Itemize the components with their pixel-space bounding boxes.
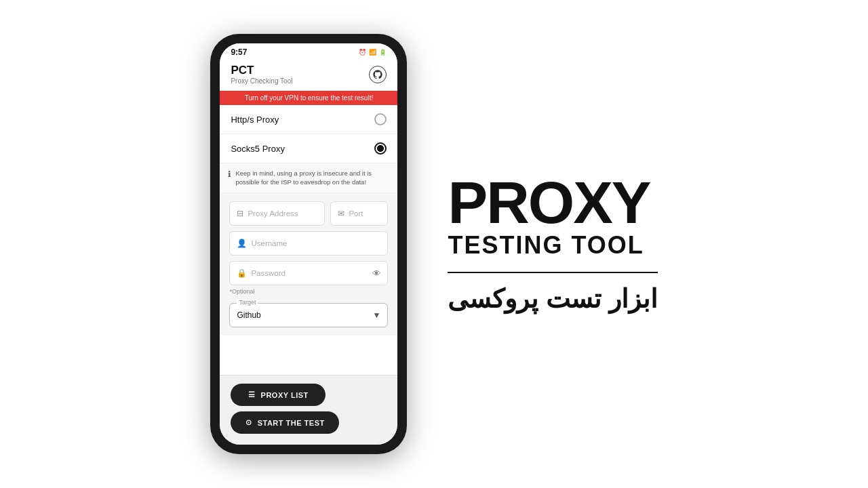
main-title-line1: PROXY bbox=[448, 174, 650, 231]
info-icon: ℹ bbox=[228, 169, 231, 179]
status-icons: ⏰ 📶 🔋 bbox=[359, 49, 387, 56]
form-section: ⊟ Proxy Address ✉ Port 👤 Username bbox=[220, 193, 397, 336]
proxy-list-icon: ☰ bbox=[248, 390, 256, 399]
port-field[interactable]: ✉ Port bbox=[330, 201, 388, 226]
github-icon[interactable] bbox=[369, 66, 387, 83]
username-placeholder: Username bbox=[251, 239, 287, 247]
optional-label: *Optional bbox=[229, 288, 388, 295]
status-time: 9:57 bbox=[231, 47, 247, 57]
info-note: ℹ Keep in mind, using a proxy is insecur… bbox=[220, 163, 397, 193]
start-test-button[interactable]: ⊙ START THE TEST bbox=[231, 411, 339, 434]
vpn-warning-banner: Turn off your VPN to ensure the test res… bbox=[220, 91, 397, 105]
app-subtitle: Proxy Checking Tool bbox=[231, 77, 292, 85]
start-test-label: START THE TEST bbox=[258, 419, 325, 427]
password-field[interactable]: 🔒 Password bbox=[229, 261, 388, 285]
proxy-address-field[interactable]: ⊟ Proxy Address bbox=[229, 201, 325, 226]
proxy-address-icon: ⊟ bbox=[237, 209, 243, 218]
alarm-icon: ⏰ bbox=[359, 49, 366, 56]
main-title-line2: TESTING TOOL bbox=[448, 231, 644, 260]
username-field[interactable]: 👤 Username bbox=[229, 231, 388, 256]
target-dropdown-wrapper[interactable]: Target Github Google Custom ▼ bbox=[229, 303, 388, 327]
proxy-port-row: ⊟ Proxy Address ✉ Port bbox=[229, 201, 388, 226]
info-text: Keep in mind, using a proxy is insecure … bbox=[235, 169, 389, 187]
divider-line bbox=[448, 272, 657, 273]
bottom-area: ☰ PROXY LIST ⊙ START THE TEST bbox=[220, 375, 397, 445]
target-select[interactable]: Github Google Custom bbox=[230, 304, 387, 327]
phone-frame: 9:57 ⏰ 📶 🔋 PCT Proxy Checking Tool bbox=[210, 34, 407, 454]
phone-screen: 9:57 ⏰ 📶 🔋 PCT Proxy Checking Tool bbox=[220, 43, 397, 445]
radio-circle-https[interactable] bbox=[374, 113, 387, 125]
radio-option-https[interactable]: Http/s Proxy bbox=[220, 105, 397, 134]
port-placeholder: Port bbox=[349, 209, 363, 218]
app-title-group: PCT Proxy Checking Tool bbox=[231, 64, 292, 85]
right-panel: PROXY TESTING TOOL ابزار تست پروکسی bbox=[448, 174, 657, 314]
radio-label-https: Http/s Proxy bbox=[231, 115, 279, 125]
proxy-list-label: PROXY LIST bbox=[261, 391, 309, 399]
eye-icon[interactable]: 👁 bbox=[372, 268, 381, 278]
password-icon: 🔒 bbox=[237, 268, 247, 278]
page-container: 9:57 ⏰ 📶 🔋 PCT Proxy Checking Tool bbox=[0, 0, 868, 488]
password-placeholder: Password bbox=[251, 269, 285, 277]
app-content: Http/s Proxy Socks5 Proxy ℹ Keep in mind… bbox=[220, 105, 397, 375]
port-icon: ✉ bbox=[338, 209, 344, 218]
password-row: 🔒 Password 👁 bbox=[229, 261, 388, 285]
radio-option-socks5[interactable]: Socks5 Proxy bbox=[220, 134, 397, 163]
proxy-address-placeholder: Proxy Address bbox=[248, 209, 298, 218]
start-test-icon: ⊙ bbox=[245, 418, 252, 427]
app-header: PCT Proxy Checking Tool bbox=[220, 60, 397, 91]
persian-title: ابزار تست پروکسی bbox=[448, 284, 657, 314]
app-title: PCT bbox=[231, 64, 292, 77]
signal-icon: 📶 bbox=[369, 49, 376, 56]
target-label: Target bbox=[237, 299, 258, 306]
proxy-list-button[interactable]: ☰ PROXY LIST bbox=[231, 384, 326, 406]
radio-label-socks5: Socks5 Proxy bbox=[231, 144, 284, 154]
radio-circle-socks5[interactable] bbox=[374, 142, 387, 155]
status-bar: 9:57 ⏰ 📶 🔋 bbox=[220, 43, 397, 60]
battery-icon: 🔋 bbox=[379, 49, 387, 56]
username-icon: 👤 bbox=[237, 239, 247, 248]
